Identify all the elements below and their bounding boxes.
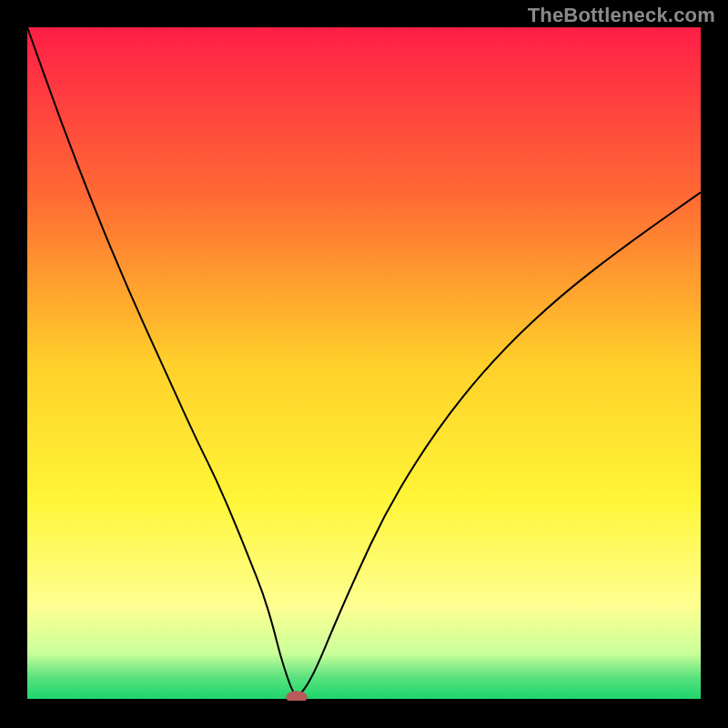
chart-outer-frame: TheBottleneck.com: [0, 0, 728, 728]
chart-svg: [27, 27, 701, 701]
chart-gradient-background: [27, 27, 701, 701]
watermark-text: TheBottleneck.com: [528, 4, 715, 27]
chart-plot-area: [27, 27, 701, 701]
